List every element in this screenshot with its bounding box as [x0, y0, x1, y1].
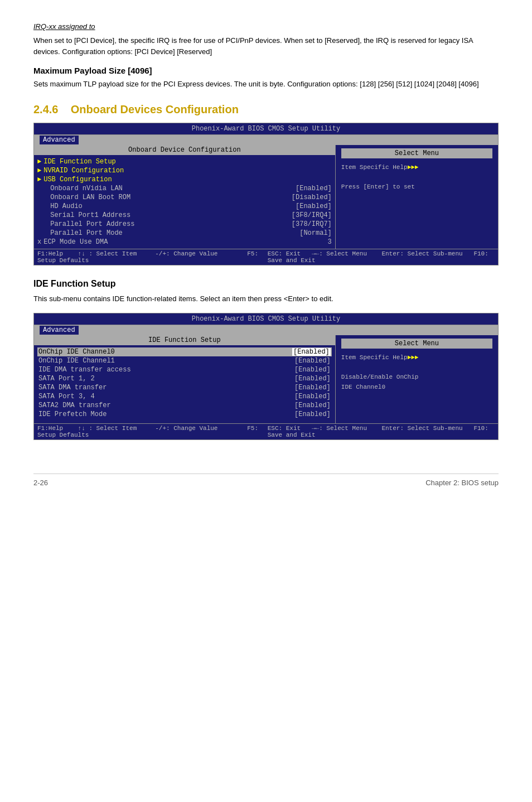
spacer	[37, 202, 41, 210]
arrow-icon: ►	[37, 158, 41, 166]
bios-title-1: Phoenix-Award BIOS CMOS Setup Utility	[34, 123, 498, 135]
help-text-2b: IDE Channel0	[341, 384, 385, 390]
bios-left-2: IDE Function Setup OnChip IDE Channel0[E…	[34, 335, 336, 423]
item-name: Serial Port1 Address	[50, 211, 130, 219]
bios-item-left-2-1: OnChip IDE Channel1	[38, 357, 115, 365]
bios-item-1-3[interactable]: Onboard nVidia LAN[Enabled]	[37, 184, 332, 193]
bios-item-left-1-5: HD Audio	[37, 202, 83, 210]
ide-heading: IDE Function Setup	[33, 279, 499, 289]
bios-item-1-8[interactable]: Parallel Port Mode[Normal]	[37, 229, 332, 238]
bios-left-1: Onboard Device Configuration ►IDE Functi…	[34, 145, 336, 249]
bios-footer-1: F1:Help ↑↓ : Select Item -/+: Change Val…	[34, 249, 498, 265]
bios-item-2-0[interactable]: OnChip IDE Channel0[Enabled]	[37, 347, 332, 356]
help-text-1: Press [Enter] to set	[341, 183, 415, 190]
bios-item-1-7[interactable]: Parallel Port Address[378/IRQ7]	[37, 220, 332, 229]
bios-item-2-1[interactable]: OnChip IDE Channel1[Enabled]	[37, 356, 332, 365]
bios-item-left-2-7: IDE Prefetch Mode	[38, 410, 107, 418]
bios-item-value-2-1: [Enabled]	[294, 357, 331, 365]
bios-item-1-1[interactable]: ►NVRAID Configuration	[37, 166, 332, 175]
bios-item-value-2-0: [Enabled]	[292, 348, 331, 356]
bios-item-value-2-3: [Enabled]	[294, 375, 331, 383]
bios-item-value-1-8: [Normal]	[299, 229, 332, 237]
bios-item-left-1-8: Parallel Port Mode	[37, 229, 123, 237]
bios-item-left-1-9: xECP Mode Use DMA	[37, 238, 108, 246]
ide-body: This sub-menu contains IDE function-rela…	[33, 293, 499, 305]
section-number: 2.4.6	[33, 103, 58, 115]
bios-items-1: ►IDE Function Setup►NVRAID Configuration…	[34, 155, 335, 249]
item-name: Parallel Port Address	[50, 220, 134, 228]
bios-right-title-2: Select Menu	[341, 339, 492, 349]
bios-item-2-7[interactable]: IDE Prefetch Mode[Enabled]	[37, 410, 332, 419]
bios-item-1-9[interactable]: xECP Mode Use DMA3	[37, 238, 332, 247]
bios-item-value-2-2: [Enabled]	[294, 366, 331, 374]
section-246-title: 2.4.6 Onboard Devices Configuration	[33, 103, 499, 116]
footer-esc: ESC: Exit →←: Select Menu Enter: Select …	[268, 250, 495, 264]
spacer	[37, 229, 41, 237]
arrow-icon: ►	[37, 176, 41, 183]
bios-title-2: Phoenix-Award BIOS CMOS Setup Utility	[34, 313, 498, 325]
bios-help-1: Item Specific Help►►► Press [Enter] to s…	[341, 163, 492, 192]
highlighted-value: [Enabled]	[292, 348, 331, 356]
page-footer-left: 2-26	[33, 479, 48, 487]
bios-item-left-2-0: OnChip IDE Channel0	[38, 348, 115, 356]
bios-item-2-4[interactable]: SATA DMA transfer[Enabled]	[37, 383, 332, 392]
bios-item-left-1-3: Onboard nVidia LAN	[37, 185, 123, 192]
bios-menu-advanced-2[interactable]: Advanced	[40, 326, 79, 335]
x-marker: x	[37, 238, 41, 246]
bios-item-2-6[interactable]: SATA2 DMA transfer[Enabled]	[37, 401, 332, 410]
bios-menu-advanced-1[interactable]: Advanced	[40, 136, 79, 144]
bios-item-left-1-1: ►NVRAID Configuration	[37, 167, 124, 175]
bios-menubar-2: Advanced	[34, 325, 498, 335]
item-name: Onboard nVidia LAN	[50, 185, 123, 192]
bios-item-2-5[interactable]: SATA Port 3, 4[Enabled]	[37, 392, 332, 401]
item-name: NVRAID Configuration	[43, 167, 124, 175]
bios-menubar-1: Advanced	[34, 135, 498, 145]
bios-item-2-2[interactable]: IDE DMA transfer access[Enabled]	[37, 365, 332, 374]
bios-item-left-2-5: SATA Port 3, 4	[38, 393, 95, 400]
bios-item-left-2-2: IDE DMA transfer access	[38, 366, 131, 374]
bios-section-header-2: IDE Function Setup	[34, 335, 335, 345]
bios-item-value-2-4: [Enabled]	[294, 384, 331, 392]
bios-item-1-2[interactable]: ►USB Configuration	[37, 175, 332, 184]
bios-item-value-1-5: [Enabled]	[296, 202, 332, 210]
arrow-icon: ►	[37, 167, 41, 175]
bios-item-1-0[interactable]: ►IDE Function Setup	[37, 157, 332, 166]
bios-item-value-2-7: [Enabled]	[294, 410, 331, 418]
bios-help-2: Item Specific Help►►► Disable/Enable OnC…	[341, 353, 492, 392]
bios-items-2: OnChip IDE Channel0[Enabled]OnChip IDE C…	[34, 345, 335, 423]
bios-item-left-1-4: Onboard LAN Boot ROM	[37, 194, 130, 201]
irq-body: When set to [PCI Device], the specific I…	[33, 35, 499, 57]
max-payload-section: Maximum Payload Size [4096] Sets maximum…	[33, 66, 499, 90]
bios-item-left-1-6: Serial Port1 Address	[37, 211, 130, 219]
spacer	[37, 185, 41, 192]
bios-item-value-1-4: [Disabled]	[292, 194, 332, 201]
item-specific-help-label-2: Item Specific Help	[341, 354, 408, 361]
bios-content-1: Onboard Device Configuration ►IDE Functi…	[34, 145, 498, 249]
bios-right-2: Select Menu Item Specific Help►►► Disabl…	[336, 335, 498, 423]
footer-f1-2: F1:Help ↑↓ : Select Item -/+: Change Val…	[37, 425, 268, 438]
bios-right-title-1: Select Menu	[341, 148, 492, 158]
bios-right-1: Select Menu Item Specific Help►►► Press …	[336, 145, 498, 249]
item-name: Parallel Port Mode	[50, 229, 123, 237]
spacer	[37, 220, 41, 228]
bios-item-1-5[interactable]: HD Audio[Enabled]	[37, 202, 332, 211]
bios-content-2: IDE Function Setup OnChip IDE Channel0[E…	[34, 335, 498, 423]
bios-item-value-1-9: 3	[328, 238, 332, 246]
bios-item-value-1-3: [Enabled]	[296, 185, 332, 192]
bios-item-left-2-3: SATA Port 1, 2	[38, 375, 95, 383]
bios-item-left-1-2: ►USB Configuration	[37, 176, 112, 183]
irq-label: IRQ-xx assigned to	[33, 22, 499, 31]
help-arrows-1: ►►►	[408, 164, 419, 171]
item-name: Onboard LAN Boot ROM	[50, 194, 130, 201]
bios-box-ide: Phoenix-Award BIOS CMOS Setup Utility Ad…	[33, 313, 499, 440]
footer-esc-2: ESC: Exit →←: Select Menu Enter: Select …	[268, 425, 495, 438]
section-title-text: Onboard Devices Configuration	[71, 103, 239, 115]
bios-item-1-6[interactable]: Serial Port1 Address[3F8/IRQ4]	[37, 211, 332, 220]
bios-item-left-1-0: ►IDE Function Setup	[37, 158, 116, 166]
bios-item-left-2-6: SATA2 DMA transfer	[38, 402, 111, 409]
bios-item-2-3[interactable]: SATA Port 1, 2[Enabled]	[37, 374, 332, 383]
ide-section: IDE Function Setup This sub-menu contain…	[33, 279, 499, 305]
bios-item-left-2-4: SATA DMA transfer	[38, 384, 107, 392]
bios-item-value-1-6: [3F8/IRQ4]	[292, 211, 332, 219]
bios-item-1-4[interactable]: Onboard LAN Boot ROM[Disabled]	[37, 193, 332, 202]
